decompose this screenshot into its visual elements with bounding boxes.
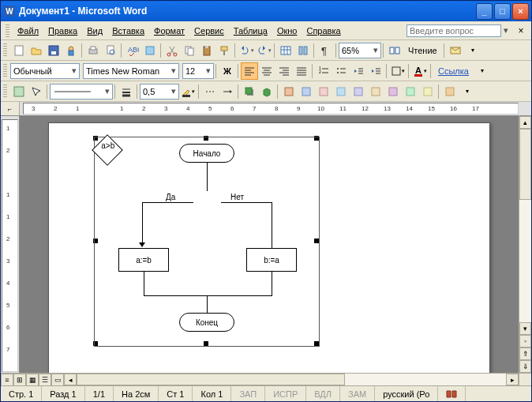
close-button[interactable]: × [512,3,529,20]
shadow-button[interactable] [241,83,258,100]
horizontal-ruler[interactable]: ⌐ 321 123 456 789 101112 131415 1617 [1,102,531,116]
dash-style-button[interactable] [201,83,219,100]
shape9-button[interactable] [419,83,436,100]
shape2-button[interactable] [298,83,315,100]
status-col[interactable]: Кол 1 [193,386,231,401]
toolbar-handle[interactable] [3,85,7,99]
toolbar-handle[interactable] [3,64,7,78]
bold-button[interactable]: Ж [219,62,236,80]
reading-button[interactable]: Чтение [403,46,442,55]
vertical-ruler[interactable]: 12 112 345 67 [1,116,20,373]
insert-table-button[interactable] [277,42,294,59]
toolbar-handle[interactable] [3,43,7,58]
line-weight-combo[interactable]: 0,5▾ [140,84,179,100]
style-combo[interactable]: Обычный▾ [10,63,80,79]
status-book-icon[interactable] [438,386,466,401]
font-combo[interactable]: Times New Roman▾ [83,63,179,79]
help-search-input[interactable] [406,24,501,37]
new-button[interactable] [10,42,28,59]
flowchart-start[interactable]: Начало [179,144,234,163]
browse-object-button[interactable]: ◦ [519,335,531,348]
shape5-button[interactable] [350,83,367,100]
status-line[interactable]: Ст 1 [159,386,193,401]
paste-button[interactable] [198,42,215,59]
status-section[interactable]: Разд 1 [42,386,84,401]
toolbar-options[interactable]: ▾ [459,83,476,100]
toolbar-options[interactable]: ▾ [464,42,481,59]
scroll-left-button[interactable]: ◂ [64,374,77,385]
save-button[interactable] [45,42,62,59]
normal-view-button[interactable]: ≡ [1,374,13,385]
minimize-button[interactable]: _ [476,3,493,20]
scroll-thumb[interactable] [519,129,531,200]
format-painter-button[interactable] [215,42,233,59]
shape7-button[interactable] [384,83,402,100]
menu-file[interactable]: Файл [13,24,43,38]
menu-view[interactable]: Вид [82,24,107,38]
flowchart-group[interactable]: Начало a>b Да Нет [96,139,317,360]
link-button[interactable]: Ссылка [433,66,474,76]
flowchart-end[interactable]: Конец [179,313,234,332]
font-color-button[interactable]: A▾ [411,62,429,80]
print-preview-button[interactable] [102,42,119,59]
menu-window[interactable]: Окно [272,24,302,38]
scroll-up-button[interactable]: ▴ [519,116,531,129]
vertical-scrollbar[interactable]: ▴ ▾ ◦ ⇑ ⇓ [519,116,531,373]
toolbar-options[interactable]: ▾ [474,62,491,80]
status-at[interactable]: На 2см [114,386,159,401]
document-close-button[interactable]: × [515,25,526,36]
menu-edit[interactable]: Правка [43,24,82,38]
numbered-list-button[interactable]: 12 [315,62,332,80]
undo-button[interactable]: ▾ [238,42,255,59]
menu-help[interactable]: Справка [302,24,345,38]
increase-indent-button[interactable] [367,62,384,80]
titlebar[interactable]: W Документ1 - Microsoft Word _ □ × [1,1,531,21]
flowchart-process-right[interactable]: b:=a [246,248,297,272]
menu-insert[interactable]: Вставка [107,24,149,38]
research-button[interactable] [141,42,159,59]
menu-format[interactable]: Формат [149,24,189,38]
line-style-combo[interactable]: ▾ [50,84,113,100]
3d-button[interactable] [258,83,275,100]
status-track[interactable]: ИСПР [265,386,306,401]
scroll-right-button[interactable]: ▸ [506,374,519,385]
decrease-indent-button[interactable] [350,62,367,80]
align-right-button[interactable] [275,62,293,80]
spellcheck-button[interactable]: ABC [124,42,141,59]
shape6-button[interactable] [367,83,384,100]
cut-button[interactable] [163,42,181,59]
align-center-button[interactable] [258,62,275,80]
align-left-button[interactable] [241,62,258,80]
align-justify-button[interactable] [293,62,310,80]
columns-button[interactable] [294,42,312,59]
drawing-canvas-button[interactable] [10,83,28,100]
status-ovr[interactable]: ЗАМ [340,386,375,401]
select-objects-button[interactable] [28,83,45,100]
arrow-style-button[interactable] [219,83,236,100]
borders-button[interactable]: ▾ [389,62,406,80]
status-ext[interactable]: ВДЛ [306,386,340,401]
fontsize-combo[interactable]: 12▾ [182,63,214,79]
zoom-combo[interactable]: 65%▾ [339,43,381,58]
print-button[interactable] [84,42,102,59]
next-page-button[interactable]: ⇓ [519,360,531,373]
print-view-button[interactable]: ▦ [26,374,39,385]
shape4-button[interactable] [332,83,350,100]
help-search-dropdown[interactable]: ▾ [501,25,511,36]
outline-view-button[interactable]: ☰ [39,374,51,385]
scroll-thumb[interactable] [77,374,345,385]
shape8-button[interactable] [402,83,419,100]
status-page[interactable]: Стр. 1 [1,386,42,401]
menubar-handle[interactable] [6,24,9,37]
status-pages[interactable]: 1/1 [85,386,114,401]
scroll-track[interactable] [519,129,531,322]
show-marks-button[interactable]: ¶ [317,42,334,59]
reading-icon[interactable] [386,42,403,59]
shape1-button[interactable] [280,83,298,100]
copy-button[interactable] [181,42,198,59]
flowchart-process-left[interactable]: a:=b [118,248,169,272]
menu-table[interactable]: Таблица [229,24,272,38]
redo-button[interactable]: ▾ [255,42,272,59]
bullet-list-button[interactable] [332,62,350,80]
line-style-button[interactable] [118,83,135,100]
